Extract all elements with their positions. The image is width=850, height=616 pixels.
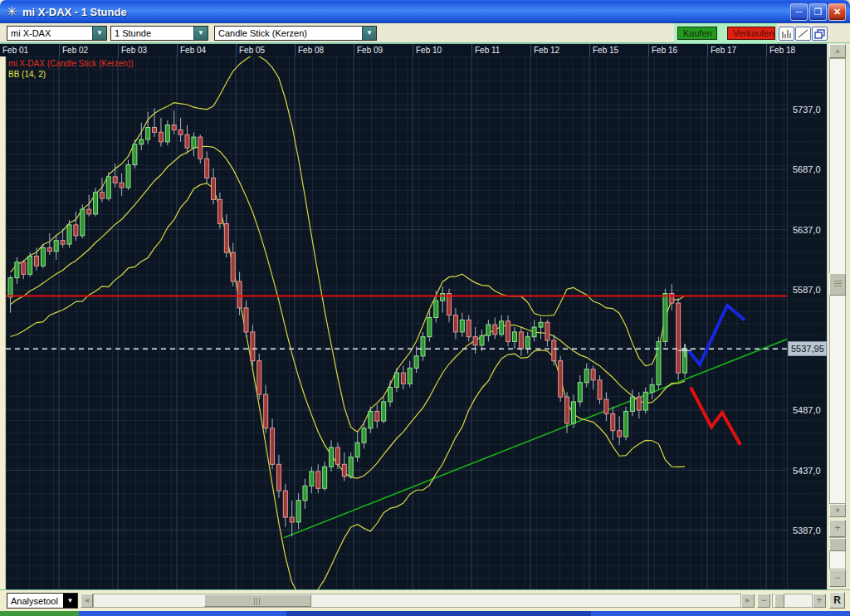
plot-svg	[6, 56, 787, 589]
date-tick-label: Feb 17	[707, 44, 766, 56]
price-axis: 5537,95 5737,05687,05637,05587,05487,054…	[787, 56, 827, 589]
timeframe-select-value: 1 Stunde	[111, 27, 193, 40]
trend-line-icon-button[interactable]	[795, 27, 811, 41]
title-bar: ✳ mi X-DAX - 1 Stunde ─ ❐ ✕	[0, 0, 850, 23]
app-window: ✳ mi X-DAX - 1 Stunde ─ ❐ ✕ mi X-DAX ▼ 1…	[0, 0, 850, 611]
horizontal-scrollbar-thumb[interactable]	[204, 594, 311, 607]
tool-select-value: Analysetool	[7, 594, 63, 608]
date-tick-label: Feb 12	[530, 44, 589, 56]
legend-series: mi X-DAX (Candle Stick (Kerzen))	[8, 58, 134, 69]
zoom-in-button[interactable]: +	[829, 520, 846, 537]
price-tick-label: 5587,0	[793, 285, 821, 295]
timeframe-select[interactable]: 1 Stunde ▼	[110, 26, 208, 41]
price-tick-label: 5387,0	[793, 526, 821, 535]
horizontal-scrollbar-track[interactable]	[93, 594, 741, 608]
zoom-out-button[interactable]: −	[829, 570, 846, 587]
bar-chart-icon	[781, 29, 792, 38]
hzoom-in-button[interactable]: +	[813, 594, 826, 608]
chevron-down-icon[interactable]: ▼	[63, 594, 77, 608]
price-tick-label: 5487,0	[793, 405, 821, 415]
chart-legend: mi X-DAX (Candle Stick (Kerzen)) BB (14,…	[8, 58, 134, 80]
window-title: mi X-DAX - 1 Stunde	[22, 6, 127, 18]
date-tick-label: Feb 09	[354, 44, 413, 56]
restore-button[interactable]: ❐	[809, 3, 827, 21]
scroll-right-arrow-icon[interactable]: ►	[741, 594, 755, 608]
date-tick-label: Feb 03	[118, 44, 177, 56]
taskbar[interactable]	[0, 611, 850, 616]
date-tick-label: Feb 10	[413, 44, 471, 56]
date-tick-label: Feb 05	[236, 44, 295, 56]
horizontal-zoom-thumb[interactable]	[774, 594, 784, 608]
scroll-down-arrow-icon[interactable]: ▼	[829, 504, 846, 517]
date-tick-label: Feb 01	[0, 44, 59, 56]
cascade-windows-button[interactable]	[812, 27, 828, 41]
date-tick-label: Feb 18	[766, 44, 825, 56]
price-tick-label: 5637,0	[793, 225, 821, 235]
date-tick-label: Feb 04	[177, 44, 236, 56]
price-tick-label: 5737,0	[793, 105, 821, 115]
chevron-down-icon[interactable]: ▼	[193, 27, 208, 40]
tool-select[interactable]: Analysetool ▼	[7, 593, 78, 609]
date-tick-label: Feb 02	[59, 44, 118, 56]
buy-button[interactable]: Kaufen	[677, 27, 717, 40]
date-tick-label: Feb 15	[589, 44, 648, 56]
chart-plot[interactable]: mi X-DAX (Candle Stick (Kerzen)) BB (14,…	[6, 56, 787, 589]
reset-chart-button[interactable]: R	[829, 592, 845, 609]
vertical-scroll-column: ▲ ▼ + −	[827, 43, 850, 589]
scroll-left-arrow-icon[interactable]: ◄	[81, 594, 93, 608]
price-tick-label: 5437,0	[793, 466, 821, 476]
chevron-down-icon[interactable]: ▼	[92, 27, 106, 40]
taskbar-app-button[interactable]	[286, 611, 591, 616]
sell-button[interactable]: Verkaufen	[727, 27, 775, 40]
chevron-down-icon[interactable]: ▼	[362, 27, 376, 40]
date-axis: Feb 01Feb 02Feb 03Feb 04Feb 05Feb 08Feb …	[0, 43, 827, 56]
bottom-toolbar: Analysetool ▼ ◄ ► − + R	[0, 589, 850, 611]
left-border-strip	[0, 56, 6, 589]
cascade-windows-icon	[814, 29, 825, 39]
last-price-badge: 5537,95	[788, 341, 827, 356]
minimize-button[interactable]: ─	[790, 3, 808, 21]
symbol-select-value: mi X-DAX	[7, 27, 92, 40]
legend-indicator: BB (14, 2)	[8, 69, 134, 80]
symbol-select[interactable]: mi X-DAX ▼	[7, 26, 107, 41]
price-tick-label: 5687,0	[793, 164, 821, 174]
vertical-zoom-thumb[interactable]	[829, 538, 846, 551]
charttype-select-value: Candle Stick (Kerzen)	[215, 27, 362, 40]
vertical-scrollbar-thumb[interactable]	[829, 273, 846, 296]
close-button[interactable]: ✕	[828, 3, 846, 21]
start-button-edge[interactable]	[0, 611, 79, 616]
starburst-app-icon: ✳	[4, 4, 19, 19]
chart-toolbar: mi X-DAX ▼ 1 Stunde ▼ Candle Stick (Kerz…	[0, 23, 850, 43]
scroll-up-arrow-icon[interactable]: ▲	[829, 44, 846, 58]
date-tick-label: Feb 16	[648, 44, 707, 56]
thumb-grip	[254, 598, 261, 605]
date-tick-label: Feb 11	[471, 44, 530, 56]
chart-area: mi X-DAX (Candle Stick (Kerzen)) BB (14,…	[0, 56, 850, 589]
bar-chart-icon-button[interactable]	[779, 27, 794, 41]
thumb-grip	[834, 281, 842, 288]
date-tick-label: Feb 08	[295, 44, 354, 56]
charttype-select[interactable]: Candle Stick (Kerzen) ▼	[214, 26, 377, 41]
trend-line-icon	[798, 29, 808, 38]
hzoom-out-button[interactable]: −	[757, 594, 770, 608]
